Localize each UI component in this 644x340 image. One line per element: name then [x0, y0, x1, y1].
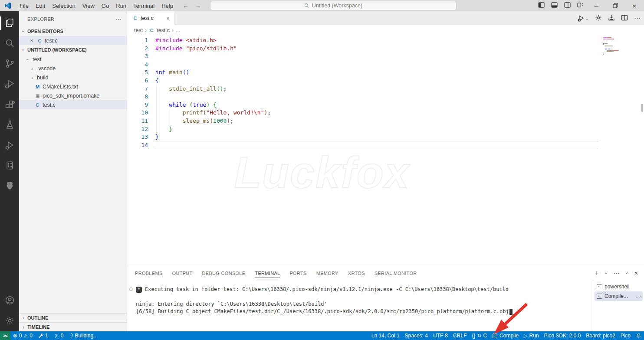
activity-bar-item-pico-board[interactable]	[0, 156, 19, 176]
code-line-9[interactable]: 9 while (true) {	[127, 101, 644, 109]
panel-tab-xrtos[interactable]: XRTOS	[348, 266, 365, 280]
panel-tab-problems[interactable]: PROBLEMS	[135, 266, 163, 280]
explorer-more-actions-icon[interactable]: ⋯	[115, 16, 122, 23]
building-status-item[interactable]: Building...	[66, 331, 100, 340]
code-line-12[interactable]: 12 }	[127, 125, 644, 134]
close-panel-icon[interactable]: ×	[634, 270, 638, 277]
menu-edit[interactable]: Edit	[32, 3, 49, 9]
flash-download-icon[interactable]	[608, 14, 615, 23]
timeline-section[interactable]: › TIMELINE	[19, 322, 127, 331]
command-center[interactable]: Untitled (Workspace)	[210, 1, 457, 10]
tree-item-pico_sdk_import.cmake[interactable]: ≣pico_sdk_import.cmake	[19, 91, 127, 100]
code-line-5[interactable]: 5int main()	[127, 69, 644, 77]
tree-item-build[interactable]: ›build	[19, 73, 127, 82]
pico-status-item[interactable]: Pico	[618, 331, 633, 340]
terminal-output[interactable]: *Executing task in folder test: C:\Users…	[127, 280, 593, 331]
forward-arrow-icon[interactable]: →	[195, 2, 201, 9]
menu-terminal[interactable]: Terminal	[130, 3, 158, 9]
tab-test-c[interactable]: C test.c ×	[127, 11, 175, 25]
terminal-instance-powershell[interactable]: >_powershell	[595, 282, 643, 291]
code-line-11[interactable]: 11 sleep_ms(1000);	[127, 117, 644, 125]
minimap[interactable]	[603, 37, 641, 57]
panel-more-actions-icon[interactable]: ⋯	[614, 270, 620, 277]
tree-item-test[interactable]: ›test	[19, 55, 127, 64]
cursor-position-status-item[interactable]: Ln 14, Col 1	[369, 331, 402, 340]
toggle-secondary-sidebar-icon[interactable]	[561, 2, 574, 9]
menu-run[interactable]: Run	[112, 3, 130, 9]
pico-sdk-version-status-item[interactable]: Pico SDK: 2.0.0	[542, 331, 584, 340]
code-editor[interactable]: 1#include <stdio.h>2#include "pico/stdli…	[127, 36, 644, 266]
workspace-header[interactable]: › UNTITLED (WORKSPACE)	[19, 45, 127, 55]
remote-indicator-status-item[interactable]: ><	[0, 331, 10, 340]
panel-tab-output[interactable]: OUTPUT	[172, 266, 193, 280]
activity-bar-item-run-and-debug[interactable]	[0, 74, 19, 95]
close-window-button[interactable]: ×	[625, 0, 644, 11]
tree-item-.vscode[interactable]: ›.vscode	[19, 64, 127, 73]
activity-bar-item-search[interactable]	[0, 33, 19, 54]
back-arrow-icon[interactable]: ←	[183, 2, 189, 9]
settings-gear-icon[interactable]	[595, 14, 602, 23]
maximize-panel-icon[interactable]: ›	[624, 272, 630, 274]
menu-file[interactable]: File	[16, 3, 32, 9]
new-terminal-icon[interactable]: +	[595, 269, 598, 277]
problems-status-item[interactable]: ⊗0⚠0	[10, 331, 35, 340]
activity-bar-item-testing[interactable]	[0, 115, 19, 135]
toggle-sidebar-icon[interactable]	[535, 2, 548, 9]
panel-tab-memory[interactable]: MEMORY	[316, 266, 338, 280]
activity-bar-item-extensions[interactable]	[0, 95, 19, 115]
activity-bar-item-raspberry-pi-pico[interactable]	[0, 176, 19, 196]
customize-layout-icon[interactable]	[574, 2, 587, 9]
breadcrumb-folder[interactable]: test	[134, 27, 143, 33]
code-line-2[interactable]: 2#include "pico/stdlib.h"	[127, 45, 644, 53]
open-editor-item-test.c[interactable]: ×Ctest.c	[19, 36, 127, 45]
restore-button[interactable]	[606, 0, 625, 11]
code-line-1[interactable]: 1#include <stdio.h>	[127, 36, 644, 45]
split-editor-icon[interactable]	[621, 14, 628, 23]
code-line-3[interactable]: 3	[127, 52, 644, 61]
code-line-7[interactable]: 7 stdio_init_all();	[127, 85, 644, 93]
outline-section[interactable]: › OUTLINE	[19, 313, 127, 322]
tree-item-CMakeLists.txt[interactable]: MCMakeLists.txt	[19, 82, 127, 91]
terminal-dropdown-icon[interactable]: ›	[603, 272, 609, 274]
toggle-panel-icon[interactable]	[548, 2, 561, 9]
tree-item-test.c[interactable]: Ctest.c	[19, 100, 127, 109]
activity-bar-item-pico-debug[interactable]	[0, 135, 19, 156]
tools-status-item[interactable]: 1	[35, 331, 51, 340]
breadcrumb-symbol[interactable]: ...	[176, 27, 180, 33]
panel-tab-terminal[interactable]: TERMINAL	[255, 266, 280, 280]
activity-bar-item-explorer[interactable]	[0, 13, 19, 33]
board-status-item[interactable]: Board: pico2	[583, 331, 618, 340]
ports-forwarded-status-item[interactable]: 0	[51, 331, 66, 340]
encoding-status-item[interactable]: UTF-8	[430, 331, 450, 340]
activity-bar-item-source-control[interactable]	[0, 54, 19, 74]
run-c-file-button[interactable]: ⌄	[578, 15, 589, 22]
code-line-8[interactable]: 8	[127, 93, 644, 101]
compile-status-item[interactable]: Compile	[490, 331, 521, 340]
language-mode-status-item[interactable]: {}↻C	[469, 331, 490, 340]
indentation-status-item[interactable]: Spaces: 4	[402, 331, 430, 340]
code-line-4[interactable]: 4	[127, 61, 644, 69]
open-editors-header[interactable]: › OPEN EDITORS	[19, 26, 127, 36]
panel-tab-serial-monitor[interactable]: SERIAL MONITOR	[375, 266, 417, 280]
breadcrumb[interactable]: test › C test.c › ...	[127, 25, 644, 36]
menu-help[interactable]: Help	[158, 3, 177, 9]
activity-bar-item-settings[interactable]	[0, 311, 19, 331]
terminal-instance-Compile[interactable]: >_Compile...	[595, 291, 643, 301]
terminal-command-decoration[interactable]	[129, 288, 133, 291]
menu-go[interactable]: Go	[98, 3, 112, 9]
panel-tab-debug-console[interactable]: DEBUG CONSOLE	[202, 266, 246, 280]
minimize-button[interactable]: ─	[587, 0, 606, 11]
code-line-10[interactable]: 10 printf("Hello, world!\n");	[127, 109, 644, 117]
panel-tab-ports[interactable]: PORTS	[289, 266, 306, 280]
code-line-14[interactable]: 14	[127, 141, 644, 150]
close-tab-icon[interactable]: ×	[165, 15, 171, 22]
eol-status-item[interactable]: CRLF	[450, 331, 469, 340]
breadcrumb-file[interactable]: test.c	[157, 27, 170, 33]
close-editor-icon[interactable]: ×	[29, 37, 35, 44]
more-actions-icon[interactable]: ⋯	[634, 14, 641, 22]
code-line-6[interactable]: 6{	[127, 77, 644, 85]
run-status-item[interactable]: ▷Run	[521, 331, 541, 340]
menu-selection[interactable]: Selection	[49, 3, 79, 9]
code-line-13[interactable]: 13}	[127, 133, 644, 141]
notifications-status-item[interactable]	[633, 331, 644, 340]
